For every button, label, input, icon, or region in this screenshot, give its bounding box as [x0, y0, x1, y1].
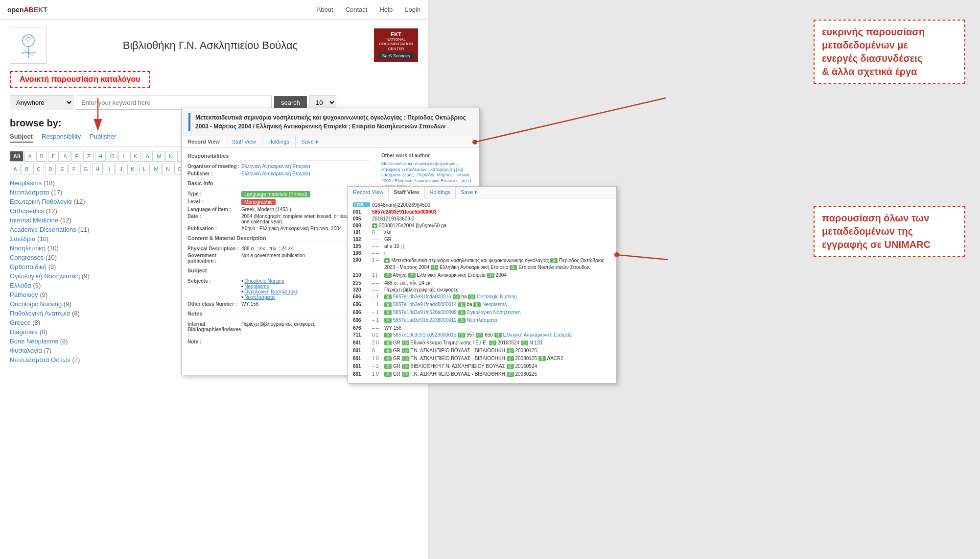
subject-neoplasms-gr[interactable]: Νεοπλάσματα [244, 294, 275, 300]
alpha-greek-H[interactable]: Η [95, 151, 106, 162]
tab-holdings[interactable]: Holdings [262, 136, 296, 147]
date-row: Date : 2004 (Monograph: complete when is… [187, 214, 370, 224]
unimarc-105: 105 – – af a 10 | | [353, 243, 611, 249]
alpha-I[interactable]: I [104, 164, 115, 174]
subject-neoplasms[interactable]: Neoplasms [244, 284, 269, 289]
alpha-F[interactable]: F [69, 164, 79, 174]
alpha-J[interactable]: J [116, 164, 126, 174]
organiser-value: Ελληνική Αντικαρκινική Εταιρεία [241, 164, 310, 169]
publication-row: Publication : Αθήνα : Ελληνική Αντικαρκι… [187, 226, 370, 231]
svg-point-0 [23, 35, 34, 47]
browse-neoplasms-gr[interactable]: Νεοπλάσματα [10, 189, 49, 196]
unimarc-676: 676 – – WY 156 [353, 325, 611, 331]
search-button[interactable]: search [274, 96, 307, 109]
nav-contact[interactable]: Contact [346, 6, 368, 13]
browse-ellada[interactable]: Ελλάδα [10, 282, 31, 289]
browse-nosilevtiki[interactable]: Νοσηλευτική [10, 244, 46, 252]
unimarc-102: 102 – – GR [353, 237, 611, 242]
browse-neoplasms[interactable]: Neoplasms [10, 179, 42, 187]
tab-staff-view[interactable]: Staff View [226, 136, 262, 147]
unimarc-101: 101 0 – ελε [353, 230, 611, 235]
language-value: Greek, Modern (1453-) [241, 207, 291, 212]
browse-pathologiki[interactable]: Παθολογική Ανατομία [10, 310, 70, 317]
alpha-greek-I[interactable]: Ι [118, 151, 129, 162]
open-catalog-text: Ανοικτή παρουσίαση καταλόγου [20, 75, 140, 83]
alpha-greek-D[interactable]: Δ [60, 151, 70, 162]
subject-onkologiki[interactable]: Ογκολογική Νοσηλευτική [244, 289, 298, 294]
alpha-greek-TH[interactable]: Θ [107, 151, 117, 162]
alpha-N[interactable]: N [163, 164, 173, 174]
browse-bone-neoplasms[interactable]: Bone Neoplasms [10, 338, 58, 345]
browse-onkologiki[interactable]: Ογκολογική Νοσηλευτική [10, 272, 80, 280]
unimarc-tabs: Record View Staff View Holdings Save ▾ [348, 187, 616, 198]
alpha-greek-B[interactable]: Β [36, 151, 47, 162]
browse-tab-publisher[interactable]: Publisher [90, 133, 116, 143]
subject-oncologic[interactable]: Oncologic Nursing [244, 278, 284, 284]
alpha-greek-L[interactable]: Λ [142, 151, 153, 162]
annotation-text-1: ευκρινής παρουσίασημεταδεδομένων μεενεργ… [822, 25, 957, 78]
nav-help[interactable]: Help [379, 6, 393, 13]
other-work-1[interactable]: Μετεκπαιδευτικά σεμινάρια ψυχολογίας... … [381, 161, 474, 190]
browse-oncologic[interactable]: Oncologic Nursing [10, 300, 62, 308]
alpha-greek-K[interactable]: Κ [130, 151, 141, 162]
browse-orthopaidiki[interactable]: Ορθοπαιδική [10, 263, 47, 270]
unimarc-606-1: 606 – 1 ⓐ 5857e1db3e91fcda000016 ⓑ ba ⓑ … [353, 294, 611, 300]
unimarc-tab-holdings[interactable]: Holdings [425, 187, 456, 198]
unimarc-606-4: 606 – 1 ⓐ 5857e1ad3e91fc2238000012 ⓑ Νεο… [353, 317, 611, 324]
browse-pathology[interactable]: Pathology [10, 291, 38, 298]
alpha-L[interactable]: L [139, 164, 150, 174]
browse-diagnosis[interactable]: Diagnosis [10, 328, 38, 336]
bibliographies-row: Internal Bibliographies/Indexes : Περιέχ… [187, 321, 370, 338]
alpha-greek-G[interactable]: Γ [48, 151, 59, 162]
browse-neoplasms-oston[interactable]: Νεοπλάσματα Οστών [10, 356, 70, 364]
nav-about[interactable]: About [317, 6, 333, 13]
alpha-G[interactable]: G [80, 164, 91, 174]
subjects-row: Subjects : • Oncologic Nursing • Neoplas… [187, 278, 370, 300]
browse-internal-med[interactable]: Internal Medicine [10, 217, 58, 224]
alpha-H[interactable]: H [92, 164, 103, 174]
unimarc-320: 320 – – Περιέχει βιβλιογραφικές αναφορές [353, 287, 611, 292]
alpha-all[interactable]: All [10, 151, 23, 162]
browse-greece[interactable]: Greece [10, 319, 31, 326]
alpha-C[interactable]: C [33, 164, 44, 174]
unimarc-tab-save[interactable]: Save ▾ [456, 187, 482, 198]
note-row: Note : [187, 339, 370, 344]
other-class-row: Other class Number : WY 156 [187, 301, 370, 307]
search-scope-select[interactable]: Anywhere [10, 95, 73, 110]
alpha-B[interactable]: B [22, 164, 32, 174]
tab-save[interactable]: Save ▾ [296, 136, 324, 147]
browse-tab-responsibility[interactable]: Responsibility [42, 133, 81, 143]
browse-tab-subject[interactable]: Subject [10, 133, 33, 143]
unimarc-tab-record[interactable]: Record View [348, 187, 389, 198]
alpha-E[interactable]: E [57, 164, 68, 174]
level-row: Level : Monographic [187, 199, 370, 205]
unimarc-tab-staff[interactable]: Staff View [389, 187, 424, 198]
alpha-M[interactable]: M [151, 164, 162, 174]
browse-congresses[interactable]: Congresses [10, 254, 44, 261]
other-works-header: Other work of author [381, 153, 474, 158]
record-title: Μετεκπαιδευτικά σεμινάρια νοσηλευτικής κ… [195, 113, 472, 131]
browse-orthopedics[interactable]: Orthopedics [10, 207, 44, 215]
svg-line-8 [617, 255, 668, 260]
alpha-K[interactable]: K [127, 164, 138, 174]
alpha-greek-M[interactable]: Μ [154, 151, 164, 162]
alpha-D[interactable]: D [45, 164, 56, 174]
physical-row: Physical Description : 488 σ. : εικ., πί… [187, 246, 370, 251]
alpha-A[interactable]: A [10, 164, 21, 174]
unimarc-606-3: 606 – 1 ⓐ 5857e18d3e91fc520a000009 ⓑ Ογκ… [353, 310, 611, 316]
nav-login[interactable]: Login [405, 6, 420, 13]
browse-academic-dissertations[interactable]: Academic Dissertations [10, 226, 76, 233]
unimarc-106: 106 – – r [353, 250, 611, 256]
unimarc-210: 210 1 | ⓐ Αθήνα ⓒ Ελληνική Αντικαρκινική… [353, 272, 611, 279]
browse-fysiologia[interactable]: Φυσιολογία [10, 347, 42, 354]
record-tabs: Record View Staff View Holdings Save ▾ [182, 136, 479, 148]
alpha-greek-E[interactable]: Ε [71, 151, 82, 162]
annotation-bottom-right: παρουσίαση όλων τωνμεταδεδομένων τηςεγγρ… [814, 206, 965, 257]
svg-point-4 [26, 37, 30, 41]
alpha-greek-A[interactable]: Α [24, 151, 35, 162]
alpha-greek-N[interactable]: Ν [165, 151, 176, 162]
alpha-greek-Z[interactable]: Ζ [83, 151, 94, 162]
browse-sinedria[interactable]: Συνέδρια [10, 235, 35, 243]
browse-esoterik[interactable]: Εσωτερική Παθολογία [10, 198, 72, 205]
tab-record-view[interactable]: Record View [182, 136, 226, 147]
